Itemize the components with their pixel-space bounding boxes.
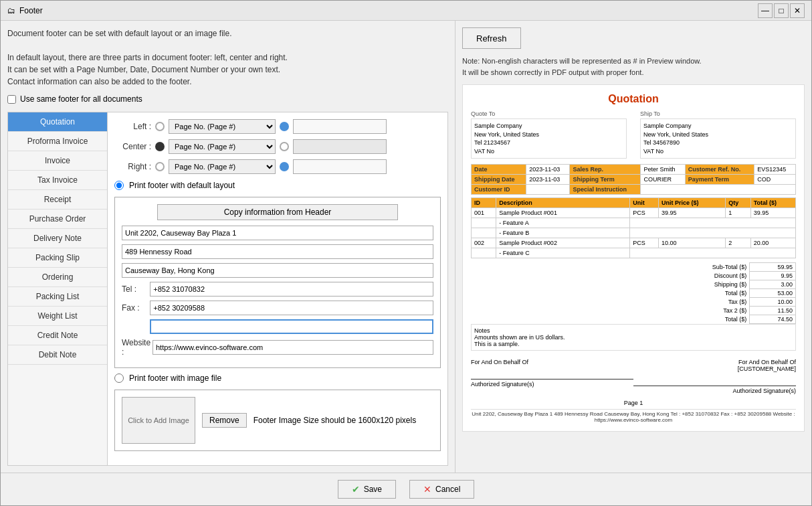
- for-on-behalf-right: For And On Behalf Of: [633, 359, 796, 365]
- special-val-cell: [641, 185, 796, 195]
- item1-desc: Sample Product #001: [496, 208, 630, 218]
- nav-item-receipt[interactable]: Receipt: [8, 190, 107, 209]
- item-row-2-feat-c: - Feature C: [472, 248, 796, 258]
- right-radio-checked[interactable]: [280, 162, 289, 171]
- center-text-input[interactable]: [293, 139, 387, 154]
- desc-line2: In default layout, there are three parts…: [7, 52, 448, 64]
- address-line1-input[interactable]: [122, 226, 433, 240]
- total-label: Total ($): [662, 289, 750, 298]
- nav-item-invoice[interactable]: Invoice: [8, 151, 107, 171]
- footer-content-box: Copy information from Header Tel : Fax :: [114, 197, 441, 368]
- company-tel: Tel 21234567: [474, 139, 623, 147]
- nav-item-proforma-invoice[interactable]: Proforma Invoice: [8, 132, 107, 151]
- refresh-button[interactable]: Refresh: [462, 27, 521, 49]
- auth-sig2: Authorized Signature(s): [732, 388, 796, 394]
- website-input[interactable]: [153, 340, 433, 355]
- same-footer-checkbox[interactable]: [7, 95, 16, 104]
- payment-term-val-cell: COD: [754, 175, 796, 185]
- left-text-input[interactable]: [293, 119, 387, 134]
- nav-item-purchase-order[interactable]: Purchase Order: [8, 209, 107, 229]
- right-radio[interactable]: [155, 162, 165, 171]
- fax-input[interactable]: [150, 301, 433, 315]
- left-radio-checked[interactable]: [280, 122, 289, 131]
- center-radio2[interactable]: [280, 142, 289, 151]
- quote-to-box: Sample Company New York, United States T…: [471, 118, 627, 159]
- sales-val-cell: Peter Smith: [641, 165, 685, 175]
- date-val-cell: 2023-11-03: [526, 165, 570, 175]
- nav-item-packing-slip[interactable]: Packing Slip: [8, 248, 107, 268]
- page-number: Page 1: [471, 400, 796, 406]
- notes-text1: Amounts shown are in US dollars.: [474, 334, 793, 341]
- nav-item-weight-list[interactable]: Weight List: [8, 307, 107, 326]
- ship-vat: VAT No: [643, 147, 793, 156]
- address-line2-input[interactable]: [122, 244, 433, 259]
- left-dropdown[interactable]: Page No. (Page #): [169, 119, 276, 134]
- items-table: ID Description Unit Unit Price ($) Qty T…: [471, 197, 796, 258]
- right-text-input[interactable]: [293, 159, 387, 174]
- item-row-1: 001 Sample Product #001 PCS 39.95 1 39.9…: [472, 208, 796, 218]
- left-label: Left :: [114, 122, 151, 131]
- save-button[interactable]: ✔ Save: [338, 480, 396, 499]
- window-icon: 🗂: [7, 6, 15, 15]
- item1-id: 001: [472, 208, 496, 218]
- quote-to-label: Quote To: [471, 110, 627, 117]
- customer-id-val-cell: [526, 185, 570, 195]
- item2-id: 002: [472, 238, 496, 248]
- blank-input[interactable]: [150, 319, 433, 334]
- remove-image-button[interactable]: Remove: [202, 413, 247, 428]
- nav-item-tax-invoice[interactable]: Tax Invoice: [8, 171, 107, 190]
- doc-title: Quotation: [471, 93, 796, 105]
- sig-block-left: For And On Behalf Of Authorized Signatur…: [471, 359, 633, 394]
- right-dropdown[interactable]: Page No. (Page #): [169, 159, 276, 174]
- sig-line-right: Authorized Signature(s): [633, 386, 796, 394]
- footer-info: Unit 2202, Causeway Bay Plaza 1 489 Henn…: [471, 409, 796, 423]
- copy-from-header-button[interactable]: Copy information from Header: [157, 204, 398, 220]
- left-radio[interactable]: [155, 122, 165, 131]
- item1-total: 39.95: [750, 208, 795, 218]
- maximize-button[interactable]: □: [774, 3, 789, 18]
- item2-qty: 2: [726, 238, 750, 248]
- nav-item-delivery-note[interactable]: Delivery Note: [8, 229, 107, 248]
- customer-name-label: [CUSTOMER_NAME]: [633, 365, 796, 372]
- save-label: Save: [364, 485, 382, 494]
- nav-item-credit-note[interactable]: Credit Note: [8, 326, 107, 345]
- settings-panel: Left : Page No. (Page #) Center :: [108, 112, 448, 466]
- tel-row: Tel :: [122, 282, 433, 297]
- minimize-button[interactable]: —: [758, 3, 773, 18]
- notes-section: Notes Amounts shown are in US dollars. T…: [471, 324, 796, 351]
- center-label: Center :: [114, 142, 151, 151]
- nav-item-packing-list[interactable]: Packing List: [8, 287, 107, 307]
- item1-feat-a-id: [472, 218, 496, 228]
- close-button[interactable]: ✕: [790, 3, 805, 18]
- nav-item-quotation[interactable]: Quotation: [8, 112, 107, 132]
- tel-input[interactable]: [150, 282, 433, 297]
- item2-desc: Sample Product #002: [496, 238, 630, 248]
- center-dropdown[interactable]: Page No. (Page #): [169, 139, 276, 154]
- left-panel: Document footer can be set with default …: [1, 21, 455, 473]
- nav-item-debit-note[interactable]: Debit Note: [8, 345, 107, 365]
- custref-val-cell: EVS12345: [754, 165, 796, 175]
- left-field-row: Left : Page No. (Page #): [114, 119, 441, 134]
- item2-feat-c: - Feature C: [496, 248, 630, 258]
- customer-id-label-cell: Customer ID: [472, 185, 526, 195]
- center-radio-opt: [155, 142, 165, 151]
- item1-feat-b: - Feature B: [496, 228, 630, 238]
- document-preview: Quotation Quote To Sample Company New Yo…: [462, 84, 805, 432]
- default-layout-radio[interactable]: [114, 181, 124, 190]
- cancel-button[interactable]: ✕ Cancel: [409, 480, 474, 499]
- nav-item-ordering[interactable]: Ordering: [8, 268, 107, 287]
- item2-uprice: 10.00: [659, 238, 726, 248]
- image-file-radio[interactable]: [114, 373, 124, 383]
- bottom-buttons: ✔ Save ✕ Cancel: [1, 473, 811, 505]
- center-radio[interactable]: [155, 142, 165, 151]
- gtotal-val: 74.50: [750, 315, 796, 324]
- item-row-1-feat-b: - Feature B: [472, 228, 796, 238]
- company-vat: VAT No: [474, 147, 623, 156]
- item1-unit: PCS: [630, 208, 659, 218]
- gtotal-label: Total ($): [662, 315, 750, 324]
- address-line3-input[interactable]: [122, 263, 433, 278]
- note-line2: It will be shown correctly in PDF output…: [462, 67, 805, 78]
- address-section: Quote To Sample Company New York, United…: [471, 110, 796, 159]
- add-image-button[interactable]: Click to Add Image: [122, 397, 195, 444]
- col-qty: Qty: [726, 198, 750, 208]
